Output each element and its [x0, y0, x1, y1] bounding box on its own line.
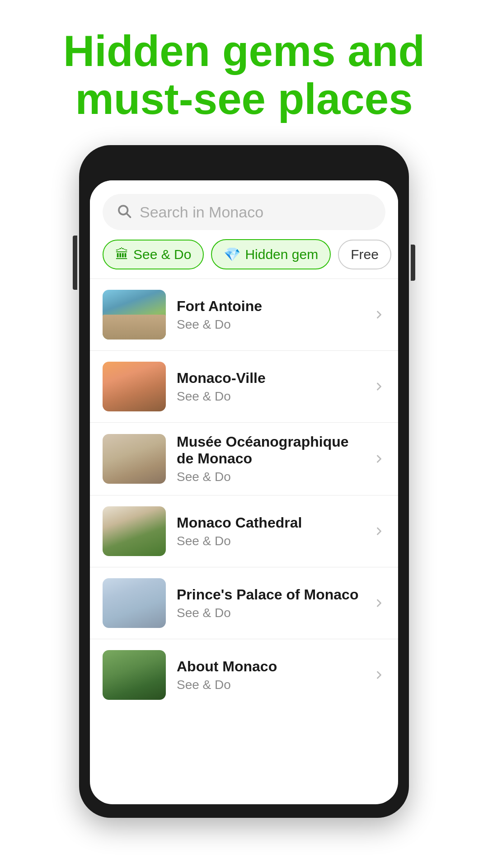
chevron-icon-fort-antoine [373, 308, 385, 321]
place-name-about: About Monaco [177, 658, 362, 675]
place-info-fort-antoine: Fort Antoine See & Do [177, 298, 362, 332]
place-info-musee: Musée Océanographique de Monaco See & Do [177, 434, 362, 484]
hero-title: Hidden gems and must-see places [18, 27, 470, 123]
place-info-monaco-ville: Monaco-Ville See & Do [177, 370, 362, 404]
place-name-cathedral: Monaco Cathedral [177, 514, 362, 531]
place-thumb-musee [103, 434, 166, 484]
chip-hidden-gem-icon: 💎 [224, 246, 240, 262]
svg-line-1 [127, 213, 130, 217]
place-item-cathedral[interactable]: Monaco Cathedral See & Do [90, 495, 398, 567]
place-item-about[interactable]: About Monaco See & Do [90, 639, 398, 711]
page-wrapper: Hidden gems and must-see places Search i… [0, 0, 488, 868]
chip-hidden-gem[interactable]: 💎 Hidden gem [211, 239, 331, 269]
place-category-palace: See & Do [177, 606, 362, 620]
phone-notch [203, 159, 285, 171]
place-category-about: See & Do [177, 678, 362, 692]
filter-chips-row: 🏛 See & Do 💎 Hidden gem Free ··· Other [90, 239, 398, 278]
place-category-fort-antoine: See & Do [177, 317, 362, 332]
place-thumb-fort-antoine [103, 290, 166, 340]
place-category-monaco-ville: See & Do [177, 389, 362, 404]
place-item-fort-antoine[interactable]: Fort Antoine See & Do [90, 279, 398, 350]
chevron-icon-palace [373, 597, 385, 609]
chip-see-do[interactable]: 🏛 See & Do [103, 240, 204, 269]
chevron-icon-monaco-ville [373, 380, 385, 393]
chip-free[interactable]: Free [338, 240, 391, 269]
place-category-musee: See & Do [177, 470, 362, 484]
place-item-palace[interactable]: Prince's Palace of Monaco See & Do [90, 567, 398, 639]
chip-hidden-gem-label: Hidden gem [245, 247, 318, 262]
search-icon [116, 203, 132, 221]
place-name-musee: Musée Océanographique de Monaco [177, 434, 362, 467]
chevron-icon-about [373, 669, 385, 681]
search-placeholder-text: Search in Monaco [140, 203, 263, 221]
search-bar-container: Search in Monaco [90, 180, 398, 239]
place-name-palace: Prince's Palace of Monaco [177, 586, 362, 603]
search-bar[interactable]: Search in Monaco [103, 194, 385, 230]
place-list: Fort Antoine See & Do Monaco-Ville [90, 279, 398, 711]
phone-frame: Search in Monaco 🏛 See & Do 💎 Hidden gem… [79, 145, 409, 818]
hero-section: Hidden gems and must-see places [0, 0, 488, 145]
phone-screen: Search in Monaco 🏛 See & Do 💎 Hidden gem… [90, 180, 398, 804]
chevron-icon-cathedral [373, 525, 385, 538]
place-thumb-monaco-ville [103, 362, 166, 411]
place-thumb-cathedral [103, 506, 166, 556]
place-info-palace: Prince's Palace of Monaco See & Do [177, 586, 362, 620]
place-thumb-about [103, 650, 166, 700]
place-info-about: About Monaco See & Do [177, 658, 362, 692]
place-item-monaco-ville[interactable]: Monaco-Ville See & Do [90, 351, 398, 422]
chevron-icon-musee [373, 453, 385, 465]
chip-see-do-icon: 🏛 [115, 247, 129, 262]
place-name-monaco-ville: Monaco-Ville [177, 370, 362, 387]
place-thumb-palace [103, 578, 166, 628]
hero-title-line1: Hidden gems and [63, 27, 425, 75]
place-item-musee[interactable]: Musée Océanographique de Monaco See & Do [90, 423, 398, 495]
place-info-cathedral: Monaco Cathedral See & Do [177, 514, 362, 548]
chip-see-do-label: See & Do [133, 247, 191, 262]
place-name-fort-antoine: Fort Antoine [177, 298, 362, 315]
place-category-cathedral: See & Do [177, 534, 362, 548]
chip-free-label: Free [351, 247, 379, 262]
hero-title-line2: must-see places [75, 75, 413, 123]
